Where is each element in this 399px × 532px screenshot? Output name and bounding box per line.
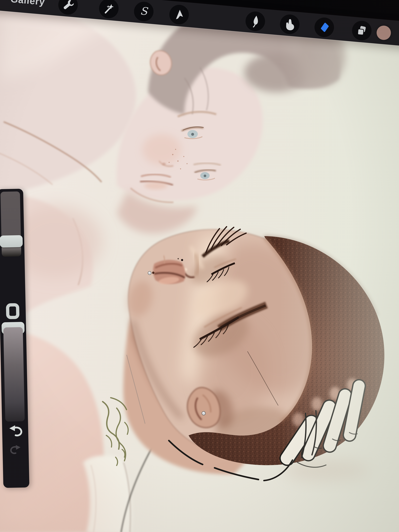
paintbrush-icon xyxy=(248,14,263,29)
arrow-cursor-icon xyxy=(172,7,186,22)
redo-arrow-icon xyxy=(9,442,22,456)
adjustments-button[interactable] xyxy=(98,0,120,19)
smudge-button[interactable] xyxy=(279,14,300,35)
magic-wand-icon xyxy=(101,1,116,16)
opacity-slider[interactable] xyxy=(3,327,25,422)
wrench-icon xyxy=(61,0,76,12)
layers-button[interactable] xyxy=(351,20,372,41)
actions-button[interactable] xyxy=(57,0,79,15)
color-button[interactable] xyxy=(375,24,392,41)
redo-button[interactable] xyxy=(9,442,22,456)
modify-button[interactable] xyxy=(6,303,19,319)
brush-size-handle[interactable] xyxy=(0,235,23,247)
canvas-artwork[interactable] xyxy=(0,0,399,532)
gallery-button[interactable]: Gallery xyxy=(10,0,45,7)
color-swatch xyxy=(376,25,392,40)
eraser-button[interactable] xyxy=(314,17,335,38)
finger-icon xyxy=(282,17,297,32)
layers-icon xyxy=(355,23,369,38)
svg-text:S: S xyxy=(140,5,149,18)
paint-button[interactable] xyxy=(245,11,266,32)
s-curve-icon: S xyxy=(136,4,151,19)
undo-arrow-icon xyxy=(7,422,24,438)
eraser-icon xyxy=(317,20,332,35)
selection-button[interactable]: S xyxy=(133,1,154,22)
transform-button[interactable] xyxy=(169,4,190,25)
undo-button[interactable] xyxy=(7,422,24,438)
